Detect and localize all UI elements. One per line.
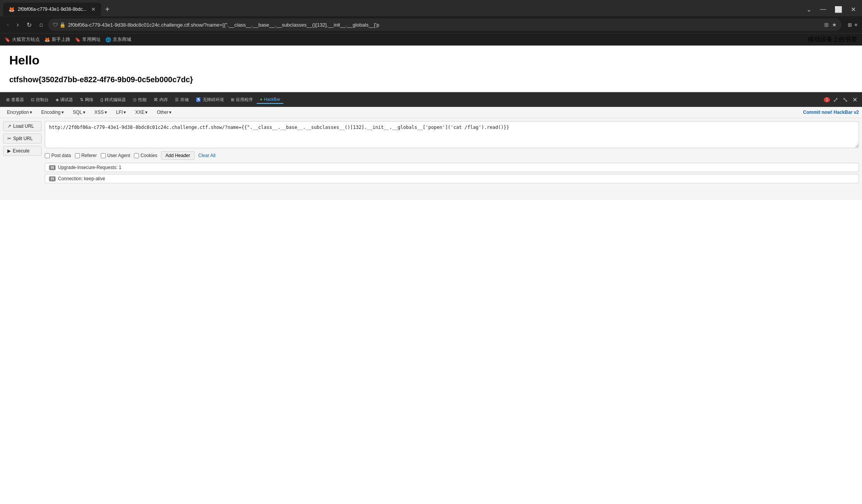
tab-close-button[interactable]: ✕ <box>91 6 96 12</box>
bookmark-star-button[interactable]: ★ <box>832 22 837 28</box>
hackbar-options-row: Post data Referer User Agent Cookie <box>45 151 859 160</box>
devtools-appmanager-btn[interactable]: ⊞ 应用程序 <box>228 95 256 104</box>
inspector-label: 查看器 <box>11 97 24 103</box>
hackbar-other-menu[interactable]: Other ▾ <box>153 108 175 116</box>
nav-bar-right: ⊞ ≡ <box>848 22 857 28</box>
reload-button[interactable]: ↻ <box>24 20 34 30</box>
console-icon: ⊡ <box>31 97 34 102</box>
console-label: 控制台 <box>36 97 49 103</box>
xss-label: XSS <box>95 110 104 115</box>
back-button[interactable]: ‹ <box>5 20 11 30</box>
devtools-hackbar-btn[interactable]: ● HackBar <box>257 95 283 104</box>
encoding-label: Encoding <box>41 110 61 115</box>
xxe-label: XXE <box>135 110 144 115</box>
devtools-style-editor-btn[interactable]: {} 样式编辑器 <box>97 95 129 104</box>
referer-label: Referer <box>81 153 97 158</box>
load-url-button[interactable]: ↗ Load URL <box>3 121 42 131</box>
tab-favicon: 🦊 <box>8 7 15 12</box>
extensions-toolbar-button[interactable]: ⊞ <box>848 22 852 28</box>
lfi-arrow: ▾ <box>124 110 126 115</box>
post-data-checkbox[interactable] <box>45 153 50 158</box>
debugger-icon: ◈ <box>56 97 59 102</box>
devtools-close-btn[interactable]: ✕ <box>851 95 859 105</box>
cookies-checkbox[interactable] <box>134 153 139 158</box>
page-heading: Hello <box>9 53 853 68</box>
bookmark-newuser[interactable]: 🦊 新手上路 <box>44 36 70 43</box>
sql-label: SQL <box>73 110 82 115</box>
post-data-checkbox-label[interactable]: Post data <box>45 153 71 158</box>
hackbar-body: ↗ Load URL ✂ Split URL ▶ Execute http://… <box>0 118 862 200</box>
cookies-checkbox-label[interactable]: Cookies <box>134 153 157 158</box>
devtools-storage-btn[interactable]: ☰ 存储 <box>172 95 192 104</box>
hackbar-menubar: Encryption ▾ Encoding ▾ SQL ▾ XSS ▾ LFI <box>0 107 862 118</box>
new-tab-button[interactable]: + <box>101 5 113 13</box>
performance-label: 性能 <box>138 97 147 103</box>
devtools-accessibility-btn[interactable]: ♿ 无障碍环境 <box>193 95 227 104</box>
hackbar-headers-list: H Upgrade-Insecure-Requests: 1 H Connect… <box>45 163 859 183</box>
header-value-2: Connection: keep-alive <box>58 176 105 181</box>
encoding-arrow: ▾ <box>61 110 64 115</box>
sql-arrow: ▾ <box>83 110 85 115</box>
devtools-inspector-btn[interactable]: ⊞ 查看器 <box>3 95 27 104</box>
hackbar-menu-right: Commit now! HackBar v2 <box>803 110 859 115</box>
hackbar-url-input[interactable]: http://2f0bf06a-c779-43e1-9d38-8bdc8c01c… <box>45 121 859 148</box>
cookies-label: Cookies <box>141 153 157 158</box>
bookmark-icon-common: 🔖 <box>75 37 81 42</box>
devtools-console-btn[interactable]: ⊡ 控制台 <box>28 95 52 104</box>
execute-label: Execute <box>13 148 29 154</box>
referer-checkbox[interactable] <box>75 153 80 158</box>
clear-all-button[interactable]: Clear All <box>198 153 216 158</box>
overflow-menu-button[interactable]: ≡ <box>854 22 857 28</box>
user-agent-checkbox[interactable] <box>101 153 106 158</box>
hackbar-panel: Encryption ▾ Encoding ▾ SQL ▾ XSS ▾ LFI <box>0 107 862 200</box>
user-agent-checkbox-label[interactable]: User Agent <box>101 153 130 158</box>
performance-icon: ◷ <box>133 97 137 102</box>
accessibility-label: 无障碍环境 <box>203 97 224 103</box>
hackbar-encoding-menu[interactable]: Encoding ▾ <box>37 108 68 116</box>
referer-checkbox-label[interactable]: Referer <box>75 153 97 158</box>
devtools-memory-btn[interactable]: ⌘ 内存 <box>151 95 171 104</box>
extensions-button[interactable]: ⊞ <box>824 22 829 28</box>
devtools-split-btn[interactable]: ⤡ <box>841 95 849 105</box>
close-window-button[interactable]: ✕ <box>848 4 859 15</box>
split-url-button[interactable]: ✂ Split URL <box>3 134 42 144</box>
devtools-performance-btn[interactable]: ◷ 性能 <box>130 95 150 104</box>
devtools-resize-btn[interactable]: ⤢ <box>832 95 840 105</box>
tab-list-button[interactable]: ⌄ <box>803 4 815 15</box>
bookmark-foxofficial[interactable]: 🔖 火狐官方站点 <box>5 36 40 43</box>
address-bar-right-icons: ⊞ ★ <box>824 22 837 28</box>
bookmark-common[interactable]: 🔖 常用网址 <box>75 36 101 43</box>
hackbar-xxe-menu[interactable]: XXE ▾ <box>131 108 151 116</box>
hackbar-sql-menu[interactable]: SQL ▾ <box>69 108 89 116</box>
bookmark-icon-foxofficial: 🔖 <box>5 37 10 42</box>
lock-icon: 🔒 <box>59 22 66 28</box>
address-input[interactable] <box>68 22 822 28</box>
post-data-label: Post data <box>51 153 71 158</box>
network-icon: ⇅ <box>80 97 83 102</box>
load-url-label: Load URL <box>13 123 34 129</box>
maximize-button[interactable]: ⬜ <box>832 4 845 15</box>
hackbar-encryption-menu[interactable]: Encryption ▾ <box>3 108 36 116</box>
xxe-arrow: ▾ <box>145 110 147 115</box>
home-button[interactable]: ⌂ <box>37 20 46 30</box>
forward-button[interactable]: › <box>14 20 21 30</box>
devtools-debugger-btn[interactable]: ◈ 调试器 <box>52 95 76 104</box>
bookmark-jd[interactable]: 🌐 京东商城 <box>105 36 131 43</box>
devtools-network-btn[interactable]: ⇅ 网络 <box>77 95 97 104</box>
address-bar-container: 🛡 🔒 ⊞ ★ <box>48 19 842 31</box>
bookmarks-right: 移动设备上的书签 <box>808 36 857 44</box>
page-flag: ctfshow{3502d7bb-e822-4f76-9b09-0c5eb000… <box>9 75 853 84</box>
add-header-button[interactable]: Add Header <box>161 151 194 160</box>
network-label: 网络 <box>85 97 93 103</box>
commit-now-label: Commit now! <box>803 110 832 115</box>
storage-label: 存储 <box>180 97 189 103</box>
active-tab[interactable]: 🦊 2f0bf06a-c779-43e1-9d38-8bdc... ✕ <box>3 3 101 16</box>
debugger-label: 调试器 <box>60 97 73 103</box>
hackbar-lfi-menu[interactable]: LFI ▾ <box>112 108 130 116</box>
minimize-button[interactable]: — <box>817 4 829 14</box>
storage-icon: ☰ <box>175 97 179 102</box>
execute-button[interactable]: ▶ Execute <box>3 146 42 156</box>
nav-bar: ‹ › ↻ ⌂ 🛡 🔒 ⊞ ★ ⊞ ≡ <box>0 16 862 33</box>
hackbar-sidebar: ↗ Load URL ✂ Split URL ▶ Execute <box>3 121 42 197</box>
hackbar-xss-menu[interactable]: XSS ▾ <box>91 108 111 116</box>
